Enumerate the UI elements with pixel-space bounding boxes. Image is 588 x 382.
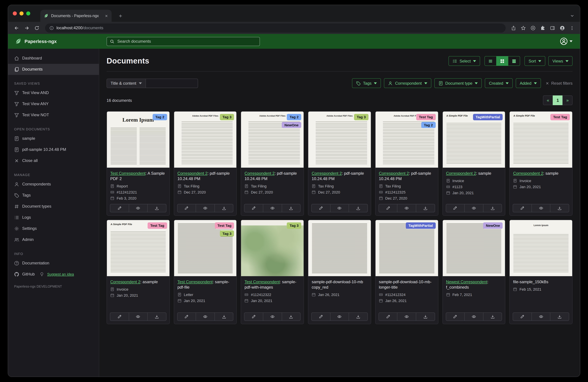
correspondent-link[interactable]: Correspondent 2 — [379, 171, 409, 176]
views-button[interactable]: Views — [548, 56, 572, 66]
app-logo[interactable]: Paperless-ngx — [15, 38, 106, 45]
address-bar[interactable]: localhost:4200/documents — [45, 23, 506, 32]
view-button[interactable] — [397, 312, 416, 321]
status-circle-icon[interactable] — [530, 25, 536, 30]
view-button[interactable] — [330, 204, 349, 212]
edit-button[interactable] — [378, 312, 398, 321]
download-button[interactable] — [147, 204, 166, 212]
reload-button[interactable] — [32, 23, 41, 32]
download-button[interactable] — [416, 204, 435, 212]
grid-view-button[interactable] — [496, 56, 508, 66]
correspondent-link[interactable]: Correspondent 2 — [245, 171, 275, 176]
correspondent-link[interactable]: Correspondent 2 — [110, 280, 140, 284]
view-button[interactable] — [464, 312, 483, 321]
sort-button[interactable]: Sort — [525, 56, 545, 66]
edit-button[interactable] — [513, 204, 532, 212]
forward-button[interactable] — [22, 23, 31, 32]
sidebar-item-logs[interactable]: Logs — [8, 212, 99, 223]
tag-badge[interactable]: Tag 2 — [287, 114, 301, 120]
sidebar-item-test-view-and[interactable]: Test View AND — [8, 87, 99, 99]
download-button[interactable] — [282, 204, 301, 212]
tag-badge[interactable]: Tag 3 — [220, 114, 234, 120]
tag-badge[interactable]: TagWithPartial — [473, 114, 503, 120]
edit-button[interactable] — [513, 312, 532, 321]
view-button[interactable] — [397, 204, 416, 212]
minimize-window-button[interactable] — [20, 11, 23, 16]
edit-button[interactable] — [177, 204, 196, 212]
sidebar-item-pdf-sample-10-24-48-pm[interactable]: pdf-sample 10.24.48 PM — [8, 144, 99, 155]
edit-button[interactable] — [110, 204, 129, 212]
view-button[interactable] — [128, 204, 147, 212]
edit-button[interactable] — [110, 312, 129, 321]
tab-search-chevron-icon[interactable] — [570, 13, 575, 18]
document-thumbnail[interactable]: NewOne — [442, 220, 505, 276]
document-thumbnail[interactable]: Lorem ipsum — [510, 220, 572, 276]
edit-button[interactable] — [446, 204, 465, 212]
bookmark-star-icon[interactable] — [521, 25, 526, 30]
correspondent-link[interactable]: Test Correspondent — [177, 280, 212, 284]
filter-tags-button[interactable]: Tags — [352, 78, 381, 88]
document-thumbnail[interactable]: A Simple PDF FileTest Tag — [107, 220, 169, 276]
sidebar-item-settings[interactable]: Settings — [8, 223, 99, 234]
view-button[interactable] — [128, 312, 147, 321]
back-button[interactable] — [12, 23, 21, 32]
sidebar-item-github[interactable]: GitHub Suggest an idea — [8, 269, 99, 280]
download-button[interactable] — [483, 312, 502, 321]
edit-button[interactable] — [446, 312, 465, 321]
profile-avatar-icon[interactable] — [560, 25, 565, 30]
tag-badge[interactable]: Tag 3 — [220, 230, 234, 237]
sidebar-item-correspondents[interactable]: Correspondents — [8, 179, 99, 190]
edit-button[interactable] — [311, 312, 330, 321]
document-thumbnail[interactable]: A Simple PDF FileTest Tag — [510, 112, 572, 168]
view-button[interactable] — [531, 312, 550, 321]
sidebar-item-admin[interactable]: Admin — [8, 234, 99, 245]
detail-view-button[interactable] — [508, 56, 520, 66]
sidebar-item-tags[interactable]: Tags — [8, 190, 99, 201]
view-button[interactable] — [464, 204, 483, 212]
view-button[interactable] — [263, 204, 282, 212]
title-content-dropdown[interactable]: Title & content — [106, 79, 146, 88]
browser-menu-icon[interactable] — [569, 25, 575, 30]
correspondent-link[interactable]: Correspondent 2 — [513, 171, 543, 176]
correspondent-link[interactable]: Test Correspondent — [110, 171, 146, 176]
download-button[interactable] — [147, 312, 166, 321]
document-thumbnail[interactable]: A Simple PDF FileTagWithPartial — [442, 112, 505, 168]
download-button[interactable] — [349, 312, 368, 321]
download-button[interactable] — [550, 204, 569, 212]
view-button[interactable] — [531, 204, 550, 212]
tag-badge[interactable]: Tag 3 — [354, 114, 368, 120]
view-button[interactable] — [196, 204, 215, 212]
correspondent-link[interactable]: Correspondent 2 — [312, 171, 342, 176]
reset-filters-button[interactable]: Reset filters — [545, 81, 572, 85]
filter-added-button[interactable]: Added — [516, 78, 541, 88]
tag-badge[interactable]: Test Tag — [416, 114, 436, 120]
document-thumbnail[interactable]: Adobe Acrobat PDF FilesTag 3 — [308, 112, 371, 168]
next-page-button[interactable]: » — [563, 95, 572, 105]
tag-badge[interactable]: Test Tag — [147, 222, 167, 229]
correspondent-link[interactable]: Test Correspondent — [245, 280, 280, 284]
download-button[interactable] — [349, 204, 368, 212]
tag-badge[interactable]: Test Tag — [550, 114, 570, 120]
new-tab-button[interactable] — [116, 12, 124, 20]
side-panel-icon[interactable] — [550, 25, 555, 30]
search-input[interactable] — [117, 39, 256, 44]
title-content-input[interactable] — [146, 79, 198, 88]
document-thumbnail[interactable]: Adobe Acrobat PDF FilesTest TagTag 2 — [376, 112, 438, 168]
close-window-button[interactable] — [13, 11, 17, 16]
download-button[interactable] — [214, 312, 233, 321]
edit-button[interactable] — [378, 204, 398, 212]
user-menu[interactable] — [560, 37, 572, 45]
edit-button[interactable] — [177, 312, 196, 321]
select-button[interactable]: Select — [448, 56, 480, 66]
document-thumbnail[interactable]: Test TagTag 3 — [174, 220, 236, 276]
sidebar-item-sample[interactable]: sample — [8, 133, 99, 144]
browser-tab[interactable]: Documents - Paperless-ngx — [40, 10, 112, 22]
sidebar-item-documentation[interactable]: Documentation — [8, 258, 99, 269]
zoom-window-button[interactable] — [26, 11, 30, 16]
sidebar-item-test-view-any[interactable]: Test View ANY — [8, 99, 99, 110]
sidebar-item-close-all[interactable]: Close all — [8, 155, 99, 166]
download-button[interactable] — [483, 204, 502, 212]
site-info-icon[interactable] — [49, 26, 54, 30]
list-view-button[interactable] — [484, 56, 497, 66]
filter-correspondent-button[interactable]: Correspondent — [384, 78, 431, 88]
